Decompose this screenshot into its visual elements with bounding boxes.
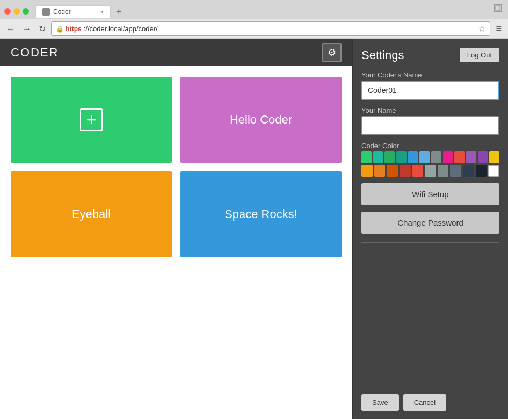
new-tab-btn[interactable]: +: [113, 6, 125, 18]
your-name-input[interactable]: [361, 116, 499, 135]
browser-minimize-btn[interactable]: [13, 8, 20, 15]
color-swatch-very-dark[interactable]: [476, 165, 487, 177]
color-swatch-teal[interactable]: [373, 151, 383, 163]
settings-footer: Save Cancel: [361, 390, 499, 411]
color-swatch-burnt-orange[interactable]: [387, 165, 398, 177]
browser-toolbar: ← → ↻ 🔒 https ://coder.local/app/coder/ …: [0, 19, 508, 39]
app-content: + Hello Coder Eyeball Space Rocks!: [0, 66, 352, 419]
logout-btn[interactable]: Log Out: [460, 48, 499, 62]
bookmark-icon[interactable]: ☆: [478, 24, 485, 34]
project-name-hello-coder: Hello Coder: [230, 113, 292, 127]
tab-close-btn[interactable]: ×: [100, 9, 104, 15]
app-main: CODER ⚙ + Hello Coder Eyeball Space Ro: [0, 39, 352, 419]
project-name-space-rocks: Space Rocks!: [224, 207, 297, 221]
settings-divider: [361, 242, 499, 243]
color-swatch-navy[interactable]: [463, 165, 474, 177]
add-icon: +: [80, 108, 103, 131]
color-swatch-bright-red[interactable]: [412, 165, 424, 177]
coder-color-label: Coder Color: [361, 142, 499, 150]
browser-controls: [4, 8, 29, 15]
address-url: ://coder.local/app/coder/: [84, 25, 158, 33]
color-swatch-pink[interactable]: [443, 151, 453, 163]
settings-header: Settings Log Out: [361, 48, 499, 62]
browser-titlebar: Coder × +: [0, 0, 508, 19]
coders-name-field: Your Coder's Name: [361, 71, 499, 100]
wifi-setup-btn[interactable]: Wifi Setup: [361, 183, 499, 205]
app-container: CODER ⚙ + Hello Coder Eyeball Space Ro: [0, 39, 508, 419]
color-swatch-gray[interactable]: [431, 151, 441, 163]
change-password-btn[interactable]: Change Password: [361, 212, 499, 234]
color-swatch-dark-orange[interactable]: [374, 165, 386, 177]
project-tile-eyeball[interactable]: Eyeball: [11, 171, 172, 257]
color-swatch-yellow[interactable]: [489, 151, 499, 163]
browser-maximize-btn[interactable]: [23, 8, 29, 15]
project-tile-space-rocks[interactable]: Space Rocks!: [180, 171, 342, 257]
app-title: CODER: [11, 46, 59, 60]
save-btn[interactable]: Save: [361, 394, 399, 411]
color-swatch-orange[interactable]: [361, 165, 373, 177]
tab-title: Coder: [53, 8, 71, 16]
color-swatch-dark-purple[interactable]: [478, 151, 488, 163]
color-swatch-red[interactable]: [454, 151, 465, 163]
app-header: CODER ⚙: [0, 39, 352, 66]
color-swatch-white[interactable]: [488, 165, 499, 177]
coder-color-section: Coder Color: [361, 142, 499, 177]
settings-spacer: [361, 251, 499, 383]
address-secure-icon: 🔒 https: [56, 25, 82, 33]
project-tile-hello-coder[interactable]: Hello Coder: [180, 77, 342, 163]
browser-chrome: Coder × + ← → ↻ 🔒 https ://coder.local/a…: [0, 0, 508, 39]
browser-close-btn[interactable]: [4, 8, 11, 15]
color-swatch-dark-gray[interactable]: [450, 165, 461, 177]
color-swatch-mid-gray[interactable]: [438, 165, 449, 177]
settings-panel: Settings Log Out Your Coder's Name Your …: [352, 39, 508, 419]
coders-name-label: Your Coder's Name: [361, 71, 499, 79]
your-name-field: Your Name: [361, 106, 499, 135]
color-grid: [361, 151, 499, 177]
back-btn[interactable]: ←: [4, 23, 17, 35]
tab-favicon: [42, 8, 50, 16]
coders-name-input[interactable]: [361, 81, 499, 100]
browser-menu-btn[interactable]: ≡: [494, 22, 504, 35]
color-swatch-blue[interactable]: [408, 151, 418, 163]
color-swatch-green[interactable]: [361, 151, 372, 163]
color-swatch-crimson[interactable]: [400, 165, 411, 177]
browser-tab-coder[interactable]: Coder ×: [35, 5, 111, 18]
projects-grid: + Hello Coder Eyeball Space Rocks!: [11, 77, 342, 257]
address-bar[interactable]: 🔒 https ://coder.local/app/coder/ ☆: [51, 21, 490, 36]
color-swatch-light-blue[interactable]: [419, 151, 430, 163]
svg-rect-0: [494, 4, 502, 12]
forward-btn[interactable]: →: [20, 23, 33, 35]
cancel-btn[interactable]: Cancel: [403, 394, 446, 411]
your-name-label: Your Name: [361, 106, 499, 114]
svg-rect-1: [496, 6, 500, 10]
color-swatch-light-gray[interactable]: [425, 165, 436, 177]
color-row-1: [361, 151, 499, 163]
settings-gear-btn[interactable]: ⚙: [322, 43, 342, 62]
reload-btn[interactable]: ↻: [37, 23, 48, 35]
settings-title: Settings: [361, 48, 404, 62]
browser-tabs: Coder × +: [35, 5, 125, 18]
project-name-eyeball: Eyeball: [72, 207, 111, 221]
color-row-2: [361, 165, 499, 177]
color-swatch-dark-teal[interactable]: [396, 151, 407, 163]
add-project-tile[interactable]: +: [11, 77, 172, 163]
color-swatch-purple[interactable]: [466, 151, 476, 163]
window-resize-icon: [494, 4, 502, 14]
color-swatch-dark-green[interactable]: [384, 151, 395, 163]
